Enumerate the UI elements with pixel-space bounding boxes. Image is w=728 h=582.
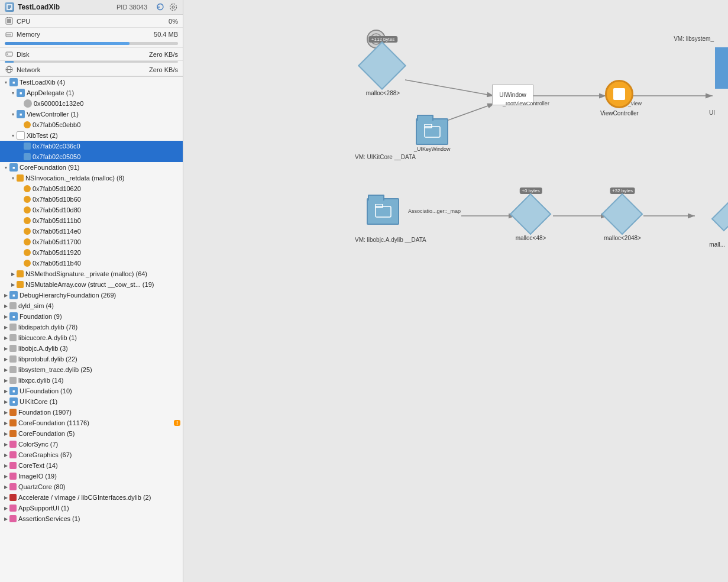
- tree-item-libicucore[interactable]: ▶ libicucore.A.dylib (1): [0, 332, 183, 343]
- tree-item-corefoundation5[interactable]: ▶ CoreFoundation (5): [0, 428, 183, 439]
- toggle-accelerate[interactable]: ▶: [2, 494, 9, 501]
- tree-item-accelerate[interactable]: ▶ Accelerate / vImage / libCGInterfaces.…: [0, 492, 183, 503]
- label-debughierarchy: DebugHierarchyFoundation (269): [20, 292, 180, 299]
- tree-item-corefoundation[interactable]: ▾ ■ CoreFoundation (91): [0, 162, 183, 173]
- tree-item-testloadxib[interactable]: ▾ ■ TestLoadXib (4): [0, 77, 183, 88]
- tree-item-uikitcore[interactable]: ▶ ■ UIKitCore (1): [0, 396, 183, 407]
- graph-area[interactable]: VM: libsystem_ +112 bytes malloc<288> UI…: [183, 0, 728, 582]
- tree-item-inv5[interactable]: 0x7fab05d114e0: [0, 226, 183, 237]
- tree-item-colorsync[interactable]: ▶ ColorSync (7): [0, 439, 183, 450]
- icon-inv7: [24, 249, 31, 256]
- toggle-nsinvocation[interactable]: ▾: [9, 174, 17, 182]
- toggle-coretext[interactable]: ▶: [2, 462, 9, 469]
- tree-item-inv2[interactable]: 0x7fab05d10b60: [0, 194, 183, 205]
- tree-item-libdispatch[interactable]: ▶ libdispatch.dylib (78): [0, 322, 183, 332]
- toggle-quartzcore[interactable]: ▶: [2, 483, 9, 490]
- tree-item-xibtest[interactable]: ▾ XibTest (2): [0, 130, 183, 141]
- label-appdelegate: AppDelegate (1): [27, 89, 180, 96]
- tree-item-inv3[interactable]: 0x7fab05d10d80: [0, 205, 183, 215]
- toggle-coregraphics[interactable]: ▶: [2, 451, 9, 458]
- toggle-corefoundation11176[interactable]: ▶: [2, 419, 9, 426]
- tree-item-libsystemtrace[interactable]: ▶ libsystem_trace.dylib (25): [0, 364, 183, 375]
- toggle-xibtest[interactable]: ▾: [9, 132, 17, 139]
- tree-item-appdelegate[interactable]: ▾ ■ AppDelegate (1): [0, 88, 183, 98]
- toggle-uikitcore[interactable]: ▶: [2, 398, 9, 405]
- label-xib2: 0x7fab02c05050: [33, 153, 180, 160]
- svg-rect-7: [7, 19, 11, 23]
- label-coretext: CoreText (14): [18, 462, 180, 469]
- assocmap-label: Associatio...ger::_map: [408, 208, 461, 214]
- toggle-nsmethodsig[interactable]: ▶: [9, 270, 17, 277]
- tree-item-appsupportui[interactable]: ▶ AppSupportUI (1): [0, 503, 183, 513]
- label-assertionservices: AssertionServices (1): [18, 515, 180, 522]
- tree-item-assertionservices[interactable]: ▶ AssertionServices (1): [0, 513, 183, 524]
- tree-item-imageio[interactable]: ▶ ImageIO (19): [0, 471, 183, 481]
- toggle-libprotobuf[interactable]: ▶: [2, 355, 9, 363]
- label-inv2: 0x7fab05d10b60: [33, 196, 180, 203]
- network-value: Zero KB/s: [149, 66, 178, 73]
- tree-item-inv6[interactable]: 0x7fab05d11700: [0, 237, 183, 247]
- toggle-libsystemtrace[interactable]: ▶: [2, 366, 9, 373]
- toggle-libxpc[interactable]: ▶: [2, 377, 9, 384]
- tree-item-corefoundation11176[interactable]: ▶ CoreFoundation (11176) !: [0, 418, 183, 428]
- tree-item-libobjc[interactable]: ▶ libobjc.A.dylib (3): [0, 343, 183, 354]
- tree-item-xib2[interactable]: 0x7fab02c05050: [0, 151, 183, 162]
- tree-item-uifoundation[interactable]: ▶ ■ UIFoundation (10): [0, 386, 183, 396]
- toggle-libdispatch[interactable]: ▶: [2, 324, 9, 331]
- tree-item-vcaddr[interactable]: 0x7fab05c0ebb0: [0, 119, 183, 130]
- tree-item-nsinvocation[interactable]: ▾ NSInvocation._retdata (malloc) (8): [0, 173, 183, 183]
- tree-item-nsmethodsig[interactable]: ▶ NSMethodSignature._private (malloc) (6…: [0, 269, 183, 279]
- libobjc-folder: [367, 198, 399, 225]
- tree-item-debughierarchy[interactable]: ▶ ■ DebugHierarchyFoundation (269): [0, 290, 183, 300]
- toggle-testloadxib[interactable]: ▾: [2, 79, 9, 86]
- icon-inv4: [24, 217, 31, 224]
- tree-item-libxpc[interactable]: ▶ libxpc.dylib (14): [0, 375, 183, 386]
- toggle-corefoundation5[interactable]: ▶: [2, 430, 9, 437]
- tree-item-addr1[interactable]: 0x600001c132e0: [0, 98, 183, 109]
- toggle-dyldsim[interactable]: ▶: [2, 302, 9, 309]
- icon-nsmutablearray: [17, 281, 24, 288]
- toggle-foundation[interactable]: ▶: [2, 313, 9, 320]
- tree-item-inv4[interactable]: 0x7fab05d111b0: [0, 215, 183, 226]
- tree-item-inv7[interactable]: 0x7fab05d11920: [0, 247, 183, 258]
- tree-item-inv8[interactable]: 0x7fab05d11b40: [0, 258, 183, 269]
- toggle-debughierarchy[interactable]: ▶: [2, 292, 9, 299]
- tree-item-coregraphics[interactable]: ▶ CoreGraphics (67): [0, 450, 183, 460]
- icon-xibtest: [17, 131, 25, 140]
- toggle-imageio[interactable]: ▶: [2, 473, 9, 480]
- toggle-uifoundation[interactable]: ▶: [2, 387, 9, 395]
- tree-item-foundation[interactable]: ▶ ■ Foundation (9): [0, 311, 183, 322]
- toggle-foundation1907[interactable]: ▶: [2, 409, 9, 416]
- toggle-viewcontroller[interactable]: ▾: [9, 111, 17, 118]
- label-foundation1907: Foundation (1907): [18, 409, 180, 416]
- disk-icon: [5, 50, 13, 59]
- refresh-icon[interactable]: [156, 2, 165, 12]
- tree-item-xib1[interactable]: 0x7fab02c036c0: [0, 141, 183, 151]
- tree-item-nsmutablearray[interactable]: ▶ NSMutableArray.cow (struct __cow_st...…: [0, 279, 183, 290]
- settings-icon[interactable]: [169, 2, 178, 12]
- top-right-label: VM: libsystem_: [674, 35, 714, 42]
- tree-item-dyldsim[interactable]: ▶ dyld_sim (4): [0, 300, 183, 311]
- tree-item-libprotobuf[interactable]: ▶ libprotobuf.dylib (22): [0, 354, 183, 364]
- tree-item-coretext[interactable]: ▶ CoreText (14): [0, 460, 183, 471]
- toggle-libicucore[interactable]: ▶: [2, 334, 9, 341]
- tree-item-quartzcore[interactable]: ▶ QuartzCore (80): [0, 481, 183, 492]
- toggle-colorsync[interactable]: ▶: [2, 441, 9, 448]
- toggle-libobjc[interactable]: ▶: [2, 345, 9, 352]
- icon-uikitcore: ■: [9, 397, 18, 406]
- icon-foundation: ■: [9, 312, 18, 321]
- toggle-nsmutablearray[interactable]: ▶: [9, 281, 17, 288]
- malloc2048-node: +32 bytes malloc<2048>: [603, 195, 642, 241]
- toggle-appdelegate[interactable]: ▾: [9, 89, 17, 96]
- icon-libicucore: [9, 334, 17, 341]
- malloc48-node: +0 bytes malloc<48>: [512, 195, 550, 241]
- icon-quartzcore: [9, 483, 17, 490]
- tree-item-foundation1907[interactable]: ▶ Foundation (1907): [0, 407, 183, 418]
- toggle-assertionservices[interactable]: ▶: [2, 515, 9, 522]
- toggle-appsupportui[interactable]: ▶: [2, 505, 9, 512]
- tree-item-inv1[interactable]: 0x7fab05d10620: [0, 183, 183, 194]
- tree-item-viewcontroller[interactable]: ▾ ■ ViewController (1): [0, 109, 183, 119]
- process-title: TestLoadXib: [18, 3, 113, 11]
- toggle-corefoundation[interactable]: ▾: [2, 164, 9, 171]
- label-appsupportui: AppSupportUI (1): [18, 505, 180, 512]
